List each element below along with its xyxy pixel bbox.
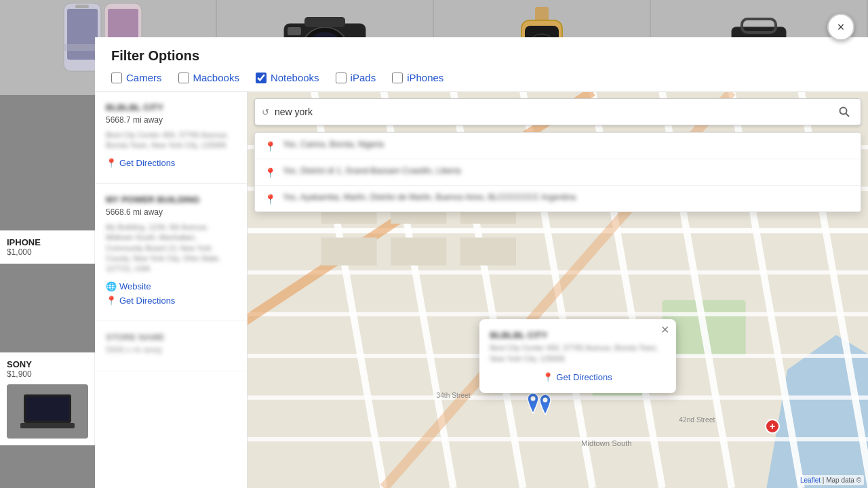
filter-ipads[interactable]: iPads bbox=[336, 72, 376, 83]
pin-icon-1: 📍 bbox=[106, 158, 117, 168]
laptop-thumbnail bbox=[7, 384, 88, 439]
website-icon-2: 🌐 bbox=[106, 281, 117, 291]
autocomplete-text-1: Yoc, Camra, Borota, Nigeria bbox=[283, 140, 384, 149]
macbooks-checkbox[interactable] bbox=[178, 73, 189, 83]
filter-notebooks[interactable]: Notebooks bbox=[256, 72, 319, 83]
store-sidebar: BLBLBL CITY 5668.7 mi away Best City Cen… bbox=[95, 92, 248, 488]
notebooks-label: Notebooks bbox=[271, 72, 319, 83]
filter-checkboxes: Camers Macbooks Notebooks iPads iPhones bbox=[111, 72, 852, 83]
svg-line-64 bbox=[846, 114, 850, 117]
map-search-submit-button[interactable] bbox=[835, 102, 854, 121]
directions-label-1: Get Directions bbox=[119, 158, 175, 168]
filter-title: Filter Options bbox=[111, 48, 852, 64]
svg-point-65 bbox=[530, 396, 535, 401]
store-distance-1: 5668.7 mi away bbox=[106, 115, 236, 125]
map-container: 5th Avenue 53rd Street 59th Street Midto… bbox=[248, 92, 868, 488]
svg-text:Midtown South: Midtown South bbox=[581, 439, 632, 447]
map-pin-2[interactable] bbox=[537, 394, 553, 415]
store-address-1: Best City Center 459, 37765 Avenue, Boro… bbox=[106, 130, 236, 151]
leaflet-link[interactable]: Leaflet bbox=[800, 476, 821, 484]
svg-rect-56 bbox=[460, 238, 516, 266]
macbooks-label: Macbooks bbox=[193, 72, 239, 83]
store-name-2: MY POWER BUILDING bbox=[106, 195, 236, 205]
product-bg-sony: SONY $1,900 bbox=[0, 352, 95, 445]
popup-directions-link[interactable]: 📍 Get Directions bbox=[490, 372, 665, 382]
popup-store-name: BLBLBL CITY bbox=[490, 330, 665, 340]
store-distance-3: 5668.x mi away bbox=[106, 345, 236, 354]
search-cursor-icon: ↺ bbox=[262, 107, 269, 117]
map-attribution: Leaflet | Map data © bbox=[797, 475, 864, 485]
camers-checkbox[interactable] bbox=[111, 73, 122, 83]
svg-text:42nd Street: 42nd Street bbox=[679, 416, 715, 424]
map-popup: ✕ BLBLBL CITY Best City Center 459, 3776… bbox=[479, 319, 676, 393]
popup-store-address: Best City Center 459, 37765 Avenue, Boro… bbox=[490, 343, 665, 364]
store-card-1: BLBLBL CITY 5668.7 mi away Best City Cen… bbox=[95, 92, 247, 184]
ipads-checkbox[interactable] bbox=[336, 73, 347, 83]
filter-macbooks[interactable]: Macbooks bbox=[178, 72, 239, 83]
map-data-text: | Map data © bbox=[823, 476, 861, 484]
autocomplete-text-2: Yoc, District di 1, Grand-Bassam Coastli… bbox=[283, 166, 460, 176]
directions-label-2: Get Directions bbox=[119, 296, 175, 306]
store-address-2: My Building, 1234, 5th Avenue, Midtown S… bbox=[106, 222, 236, 274]
store-card-3: STORE NAME 5668.x mi away bbox=[95, 321, 247, 371]
map-search-input[interactable] bbox=[275, 106, 829, 117]
autocomplete-item-2[interactable]: 📍 Yoc, District di 1, Grand-Bassam Coast… bbox=[255, 159, 861, 186]
svg-rect-13 bbox=[288, 27, 301, 35]
pin-icon-ac-2: 📍 bbox=[264, 167, 276, 178]
iphone-bg-name: IPHONE bbox=[7, 237, 87, 247]
svg-rect-69 bbox=[20, 423, 75, 428]
notebooks-checkbox[interactable] bbox=[256, 73, 267, 83]
svg-rect-55 bbox=[391, 238, 446, 266]
autocomplete-dropdown: 📍 Yoc, Camra, Borota, Nigeria 📍 Yoc, Dis… bbox=[254, 132, 861, 212]
store-name-3: STORE NAME bbox=[106, 332, 236, 342]
svg-text:34th Street: 34th Street bbox=[436, 392, 470, 399]
pin-icon-ac-1: 📍 bbox=[264, 141, 276, 152]
autocomplete-item-1[interactable]: 📍 Yoc, Camra, Borota, Nigeria bbox=[255, 133, 861, 159]
close-icon: × bbox=[837, 20, 845, 35]
autocomplete-text-3: Yoc, Ayabamba, Marlin, Distrito de Marli… bbox=[283, 192, 576, 202]
svg-rect-54 bbox=[321, 238, 377, 266]
search-icon bbox=[839, 106, 850, 117]
autocomplete-item-3[interactable]: 📍 Yoc, Ayabamba, Marlin, Distrito de Mar… bbox=[255, 186, 861, 211]
popup-directions-label: Get Directions bbox=[556, 372, 612, 382]
svg-rect-68 bbox=[26, 396, 69, 421]
pin-icon-ac-3: 📍 bbox=[264, 194, 276, 205]
store-directions-2[interactable]: 📍 Get Directions bbox=[106, 296, 236, 306]
svg-point-63 bbox=[840, 108, 847, 115]
store-website-2[interactable]: 🌐 Website bbox=[106, 281, 236, 291]
popup-pin-icon: 📍 bbox=[542, 372, 553, 382]
filter-camers[interactable]: Camers bbox=[111, 72, 162, 83]
iphone-bg-price: $1,000 bbox=[7, 247, 87, 257]
store-card-2: MY POWER BUILDING 5668.6 mi away My Buil… bbox=[95, 184, 247, 321]
iphones-label: iPhones bbox=[407, 72, 443, 83]
svg-rect-1 bbox=[67, 9, 98, 60]
sony-bg-price: $1,900 bbox=[7, 369, 87, 379]
store-name-1: BLBLBL CITY bbox=[106, 102, 236, 113]
svg-point-66 bbox=[543, 398, 548, 403]
filter-iphones[interactable]: iPhones bbox=[392, 72, 443, 83]
close-button[interactable]: × bbox=[827, 14, 854, 41]
store-distance-2: 5668.6 mi away bbox=[106, 207, 236, 217]
camers-label: Camers bbox=[126, 72, 162, 83]
sony-bg-name: SONY bbox=[7, 359, 87, 369]
website-label-2: Website bbox=[119, 281, 151, 291]
map-search-bar: ↺ bbox=[254, 98, 861, 125]
store-directions-1[interactable]: 📍 Get Directions bbox=[106, 158, 236, 168]
red-location-button[interactable] bbox=[765, 419, 780, 434]
product-bg-iphone: IPHONE $1,000 bbox=[0, 230, 95, 264]
svg-rect-2 bbox=[75, 5, 89, 8]
iphones-checkbox[interactable] bbox=[392, 73, 403, 83]
pin-icon-2: 📍 bbox=[106, 296, 117, 306]
svg-rect-12 bbox=[304, 17, 345, 27]
ipads-label: iPads bbox=[351, 72, 376, 83]
